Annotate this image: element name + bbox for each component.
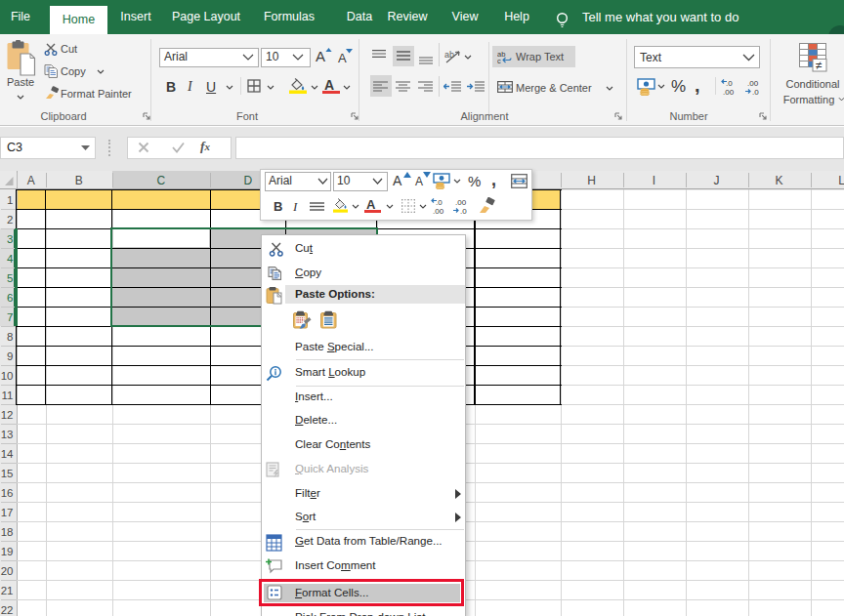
svg-text:.00: .00 (723, 88, 735, 96)
svg-text:c: c (497, 57, 501, 64)
svg-text:ab: ab (444, 50, 454, 60)
svg-text:.0: .0 (460, 207, 467, 215)
svg-text:.00: .00 (747, 79, 759, 88)
svg-text:≠: ≠ (816, 59, 823, 72)
svg-text:.00: .00 (455, 198, 467, 207)
svg-text:.0: .0 (752, 88, 759, 96)
svg-text:.00: .00 (433, 207, 444, 215)
svg-text:.0: .0 (436, 198, 443, 207)
svg-text:.0: .0 (726, 79, 733, 88)
